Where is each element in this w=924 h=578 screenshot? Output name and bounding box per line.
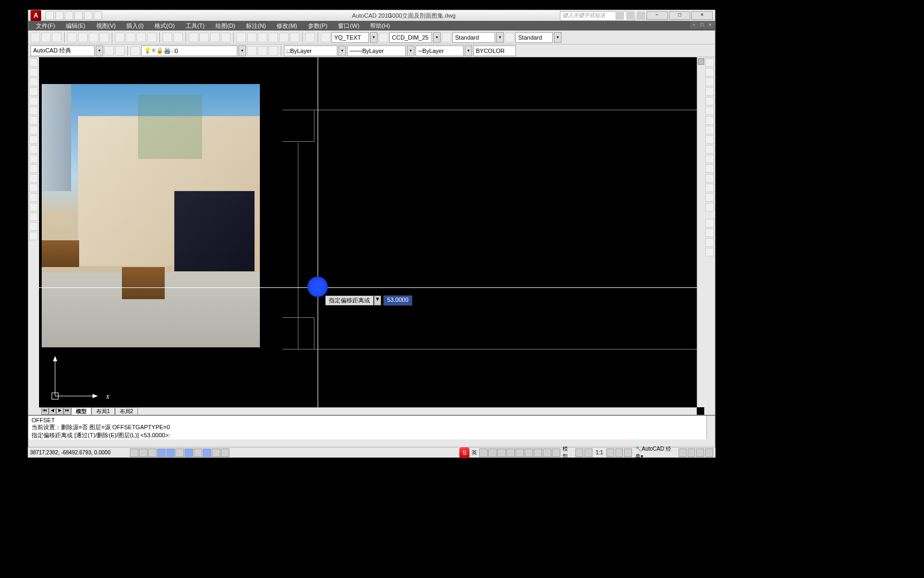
ime-opt3-icon[interactable] — [497, 448, 506, 457]
minimize-button[interactable]: − — [646, 11, 668, 20]
pline-icon[interactable] — [29, 78, 38, 86]
workspace-label[interactable]: 🔧AutoCAD 经典▾ — [633, 445, 677, 460]
line-icon[interactable] — [29, 58, 38, 67]
gradient-icon[interactable] — [29, 203, 38, 211]
dimstyle-dropdown[interactable]: CCD_DIM_25 — [389, 32, 432, 43]
ellipse-icon[interactable] — [29, 145, 38, 154]
menu-tools[interactable]: 工具(T) — [180, 21, 210, 31]
cleanscreen-icon[interactable] — [705, 448, 713, 457]
dropdown-arrow-icon[interactable]: ▾ — [465, 45, 472, 56]
ducs-toggle[interactable] — [194, 448, 202, 457]
exchange-icon[interactable] — [637, 11, 645, 20]
new-icon[interactable] — [45, 11, 54, 20]
tablestyle-dropdown[interactable]: Standard — [452, 32, 495, 43]
menu-dim[interactable]: 标注(N) — [241, 21, 271, 31]
dropdown-arrow-icon[interactable]: ▾ — [554, 32, 561, 43]
ssm-icon[interactable] — [268, 33, 278, 42]
dropdown-arrow-icon[interactable]: ▾ — [407, 45, 414, 56]
break-icon[interactable] — [705, 164, 714, 173]
layer-dropdown[interactable]: 💡❄🔒🖨️□ 0 — [141, 45, 237, 56]
menu-insert[interactable]: 插入(I) — [121, 21, 149, 31]
textstyle-dropdown[interactable]: YQ_TEXT — [332, 32, 369, 43]
ime-opt6-icon[interactable] — [525, 448, 533, 457]
horizontal-scrollbar[interactable]: ⏮ ◀ ▶ ⏭ 模型 布局1 布局2 — [39, 407, 697, 415]
insert-icon[interactable] — [29, 164, 38, 173]
dyn-toggle[interactable] — [203, 448, 211, 457]
linetype-dropdown[interactable]: ─── ByLayer — [347, 45, 406, 56]
menu-param[interactable]: 参数(P) — [303, 21, 333, 31]
ime-opt5-icon[interactable] — [515, 448, 524, 457]
command-scrollbar[interactable] — [706, 416, 715, 439]
calc-icon[interactable] — [290, 33, 299, 42]
dropdown-arrow-icon[interactable]: ▾ — [433, 32, 441, 43]
otrack-toggle[interactable] — [184, 448, 193, 457]
undo-icon[interactable] — [74, 11, 83, 20]
grid-toggle[interactable] — [139, 448, 148, 457]
textstyle-icon[interactable] — [321, 33, 330, 42]
quickview2-icon[interactable] — [584, 448, 592, 457]
help2-icon[interactable] — [305, 33, 315, 42]
tab-prev-button[interactable]: ◀ — [49, 407, 56, 415]
model-space-label[interactable]: 模型 — [560, 445, 574, 460]
array-icon[interactable] — [705, 97, 714, 105]
polygon-icon[interactable] — [29, 87, 38, 96]
markup-icon[interactable] — [279, 33, 289, 42]
spline-icon[interactable] — [29, 135, 38, 144]
ime-opt8-icon[interactable] — [543, 448, 551, 457]
dropdown-arrow-icon[interactable]: ▾ — [496, 32, 504, 43]
menu-view[interactable]: 视图(V) — [91, 21, 121, 31]
tab-last-button[interactable]: ⏭ — [64, 407, 71, 415]
copy2-icon[interactable] — [705, 68, 714, 77]
ime-opt7-icon[interactable] — [534, 448, 542, 457]
isolate-icon[interactable] — [696, 448, 704, 457]
lineweight-dropdown[interactable]: ─ ByLayer — [415, 45, 464, 56]
block-icon[interactable] — [29, 174, 38, 182]
mleaderstyle-dropdown[interactable]: Standard — [515, 32, 553, 43]
coordinates-display[interactable]: 38717.2382, -68492.6793, 0.0000 — [30, 450, 130, 455]
osnap-toggle[interactable] — [166, 448, 175, 457]
workspace-dropdown[interactable]: AutoCAD 经典 — [30, 45, 95, 56]
dropdown-arrow-icon[interactable]: ▾ — [338, 45, 346, 56]
ime-opt9-icon[interactable] — [552, 448, 560, 457]
workspace-save-icon[interactable] — [115, 46, 125, 56]
dimstyle-icon[interactable] — [379, 33, 388, 42]
fillet-icon[interactable] — [705, 193, 714, 202]
plot-icon[interactable] — [67, 33, 77, 42]
lwt-toggle[interactable] — [212, 448, 220, 457]
annotation-scale[interactable]: 1:1 — [594, 450, 605, 455]
app-logo-icon[interactable]: A — [30, 10, 41, 21]
command-line[interactable]: OFFSET 当前设置：删除源=否 图层=源 OFFSETGAPTYPE=0 指… — [28, 415, 715, 439]
tab-first-button[interactable]: ⏮ — [41, 407, 49, 415]
mleaderstyle-icon[interactable] — [505, 33, 514, 42]
annovis-icon[interactable] — [615, 448, 623, 457]
annoscale-icon[interactable] — [606, 448, 614, 457]
paste-icon[interactable] — [136, 33, 146, 42]
redo2-icon[interactable] — [173, 33, 183, 42]
move-icon[interactable] — [705, 107, 714, 115]
cut-icon[interactable] — [115, 33, 125, 42]
snap-toggle[interactable] — [130, 448, 138, 457]
print-icon[interactable] — [94, 11, 102, 20]
draworder4-icon[interactable] — [705, 248, 714, 256]
copy-icon[interactable] — [126, 33, 135, 42]
mtext-icon[interactable] — [29, 232, 38, 240]
explode-icon[interactable] — [705, 203, 714, 211]
pan-icon[interactable] — [189, 33, 198, 42]
3dosnap-toggle[interactable] — [175, 448, 184, 457]
3ddwf-icon[interactable] — [99, 33, 109, 42]
dropdown-arrow-icon[interactable]: ▾ — [370, 32, 378, 43]
quickview-icon[interactable] — [575, 448, 583, 457]
plotstyle-dropdown[interactable]: BYCOLOR — [473, 45, 516, 56]
zoomwin-icon[interactable] — [210, 33, 220, 42]
xline-icon[interactable] — [29, 68, 38, 77]
doc-restore-button[interactable]: □ — [698, 21, 706, 28]
doc-close-button[interactable]: × — [706, 21, 714, 28]
hardware-accel-icon[interactable] — [688, 448, 696, 457]
layerstate-icon[interactable] — [247, 46, 257, 56]
tablestyle-icon[interactable] — [442, 33, 451, 42]
down-arrow-icon[interactable]: ▼ — [374, 295, 381, 306]
publish-icon[interactable] — [89, 33, 98, 42]
matchprop-icon[interactable] — [147, 33, 157, 42]
menu-window[interactable]: 窗口(W) — [333, 21, 365, 31]
ime-lang[interactable]: 英 — [469, 449, 479, 457]
